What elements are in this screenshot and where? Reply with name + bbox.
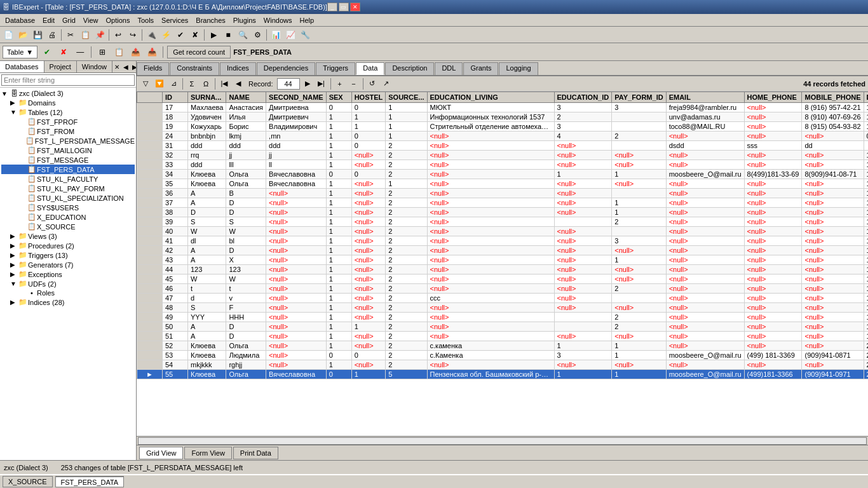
tab-grid-view[interactable]: Grid View: [139, 447, 183, 459]
table-row[interactable]: 43AX<null>1<null>2<null><null>1<null><nu…: [137, 255, 869, 265]
tb-extras1[interactable]: 📊: [269, 28, 283, 42]
tree-item[interactable]: ▶📁Triggers (13): [1, 250, 135, 260]
tb-form[interactable]: 📋: [112, 45, 126, 59]
table-row[interactable]: 19КожухарьБорисВладимирович111Стрительны…: [137, 122, 869, 132]
add-row-btn[interactable]: +: [334, 78, 346, 90]
table-row[interactable]: 24bnbnbjnlkmj,mn101<null>42<null><null><…: [137, 132, 869, 141]
nav-left-arrow[interactable]: ◀: [121, 61, 130, 72]
tab-ddl[interactable]: DDL: [435, 62, 463, 75]
menu-edit[interactable]: Edit: [39, 15, 58, 25]
tab-description[interactable]: Description: [385, 62, 434, 75]
menu-options[interactable]: Options: [102, 15, 134, 25]
menu-help[interactable]: Help: [295, 15, 318, 25]
tb-print[interactable]: 🖨: [45, 28, 59, 42]
table-row[interactable]: 32rrqjjjj1<null>2<null><null><null><null…: [137, 151, 869, 160]
tree-item[interactable]: ▶📁Domains: [1, 98, 135, 107]
tree-item[interactable]: 📋FST_PERS_DATA: [1, 165, 135, 174]
tb-open[interactable]: 📂: [16, 28, 30, 42]
menu-windows[interactable]: Windows: [260, 15, 296, 25]
nav-right-arrow[interactable]: ▶: [130, 61, 137, 72]
tree-item[interactable]: •Roles: [1, 288, 135, 297]
tb-rollback[interactable]: ✘: [188, 28, 202, 42]
table-row[interactable]: 53КлюеваЛюдмила<null>002с.Каменка31moosb…: [137, 351, 869, 360]
col-hostel[interactable]: HOSTEL: [351, 92, 386, 103]
table-row[interactable]: 40WW<null>1<null>2<null><null><null><nul…: [137, 227, 869, 236]
table-row[interactable]: 51AD<null>1<null>2<null><null><null><nul…: [137, 332, 869, 341]
tb-cut[interactable]: ✂: [64, 28, 78, 42]
tree-item[interactable]: 📋X_EDUCATION: [1, 212, 135, 222]
table-dropdown[interactable]: Table ▼: [3, 46, 37, 58]
tb-import[interactable]: 📥: [145, 45, 159, 59]
tb-connect[interactable]: 🔌: [144, 28, 158, 42]
col-id[interactable]: ID: [163, 92, 188, 103]
close-panel-button[interactable]: ✕: [112, 61, 121, 72]
col-indicator[interactable]: [137, 92, 163, 103]
tb-disconnect[interactable]: ⚡: [159, 28, 173, 42]
filter-input[interactable]: [1, 74, 135, 86]
table-row[interactable]: 41dlbl<null>1<null>2<null><null>3<null><…: [137, 236, 869, 246]
taskbar-fst-pers-data[interactable]: FST_PERS_DATA: [55, 476, 125, 487]
tb-undo[interactable]: ↩: [111, 28, 125, 42]
tb-paste[interactable]: 📌: [93, 28, 107, 42]
tree-item[interactable]: 📋FST_MAILLOGIN: [1, 146, 135, 155]
tree-item[interactable]: ▶📁Views (3): [1, 231, 135, 241]
col-da[interactable]: DA: [864, 92, 868, 103]
delete-row-btn[interactable]: −: [348, 78, 360, 90]
omega-btn[interactable]: Ω: [200, 78, 212, 90]
tb-redo[interactable]: ↪: [126, 28, 140, 42]
tree-item[interactable]: ▶📁Procedures (2): [1, 241, 135, 250]
nav-last[interactable]: ▶|: [315, 78, 328, 90]
tb-save[interactable]: 💾: [31, 28, 44, 42]
table-row[interactable]: 34КлюеваОльгаВячеславовна002<null>11moos…: [137, 170, 869, 179]
tree-item[interactable]: ▶📁Exceptions: [1, 269, 135, 279]
table-row[interactable]: 42AD<null>1<null>2<null><null><null><nul…: [137, 246, 869, 255]
col-home-phone[interactable]: HOME_PHONE: [744, 92, 802, 103]
col-email[interactable]: EMAIL: [666, 92, 744, 103]
refresh-btn[interactable]: ↺: [366, 78, 379, 90]
table-row[interactable]: 47dv<null>1<null>2ccc<null><null><null><…: [137, 294, 869, 303]
table-row[interactable]: 46tt<null>1<null>2<null><null>2<null><nu…: [137, 284, 869, 294]
tree-item[interactable]: 📋FST_FROM: [1, 126, 135, 136]
menu-grid[interactable]: Grid: [58, 15, 79, 25]
tree-item[interactable]: ▼📁UDFs (2): [1, 279, 135, 288]
tab-indices[interactable]: Indices: [220, 62, 256, 75]
col-edu-living[interactable]: EDUCATION_LIVING: [427, 92, 554, 103]
col-pay-id[interactable]: PAY_FORM_ID: [612, 92, 666, 103]
nav-first[interactable]: |◀: [218, 78, 231, 90]
tab-project[interactable]: Project: [44, 61, 77, 72]
tree-item[interactable]: 📋STU_KL_SPECIALIZATION: [1, 193, 135, 203]
table-row[interactable]: 17МахлаеваАнастасияДмитриевна001МЮКТ33fr…: [137, 103, 869, 112]
table-row[interactable]: 39SS<null>1<null>2<null>2<null><null><nu…: [137, 217, 869, 227]
table-row[interactable]: 36AB<null>1<null>2<null><null><null><nul…: [137, 189, 869, 198]
filter-apply[interactable]: ⊿: [167, 78, 180, 90]
tb-x[interactable]: ✘: [57, 45, 71, 59]
tree-item[interactable]: 📋FST_MESSAGE: [1, 155, 135, 165]
tb-copy[interactable]: 📋: [78, 28, 92, 42]
tab-constraints[interactable]: Constraints: [170, 62, 219, 75]
menu-plugins[interactable]: Plugins: [229, 15, 260, 25]
table-row[interactable]: 33dddlllll1<null>2<null><null><null><nul…: [137, 160, 869, 170]
tb-minus[interactable]: —: [73, 45, 87, 59]
tab-print-data[interactable]: Print Data: [233, 447, 278, 459]
table-row[interactable]: 49YYYHHH<null>1<null>2<null>2<null><null…: [137, 313, 869, 322]
tree-item[interactable]: 📋X_SOURCE: [1, 222, 135, 231]
col-mobile[interactable]: MOBILE_PHONE: [802, 92, 864, 103]
table-row[interactable]: 35КлюеваОльгаВячеславовна1<null>1<null><…: [137, 179, 869, 189]
sigma-btn[interactable]: Σ: [186, 78, 198, 90]
table-row[interactable]: 45WW<null>1<null>2<null><null><null><nul…: [137, 274, 869, 284]
tab-fields[interactable]: Fields: [137, 62, 169, 75]
table-row[interactable]: 37AD<null>1<null>2<null><null>1<null><nu…: [137, 198, 869, 208]
col-second-name[interactable]: SECOND_NAME: [266, 92, 327, 103]
tab-logging[interactable]: Logging: [499, 62, 538, 75]
table-row[interactable]: 50AD<null>112<null>2<null><null><null>15…: [137, 322, 869, 332]
col-source[interactable]: SOURCE...: [386, 92, 427, 103]
tb-search[interactable]: 🔍: [236, 28, 250, 42]
tb-filter[interactable]: ⚙: [250, 28, 264, 42]
tb-new[interactable]: 📄: [1, 28, 15, 42]
funnel-icon[interactable]: 🔽: [153, 78, 166, 90]
tab-window[interactable]: Window: [77, 61, 112, 72]
tree-item[interactable]: 📋SYS$USERS: [1, 203, 135, 212]
table-row[interactable]: 18УдовиченИльяДмитриевич111Информационны…: [137, 112, 869, 122]
tab-form-view[interactable]: Form View: [184, 447, 231, 459]
taskbar-xsource[interactable]: X_SOURCE: [3, 476, 53, 487]
